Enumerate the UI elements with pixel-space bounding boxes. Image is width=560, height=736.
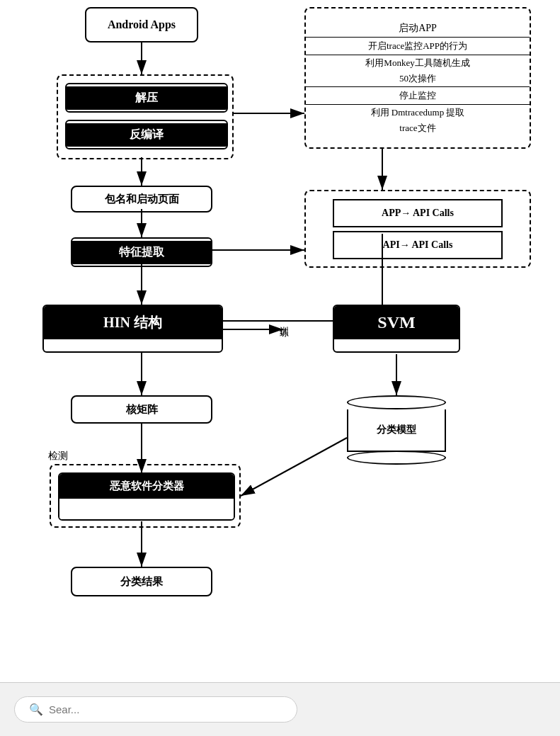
hin-box: HIN 结构 (42, 305, 223, 353)
step4-label: 停止监控 (306, 87, 530, 105)
kernel-matrix-box: 核矩阵 (71, 395, 212, 424)
decompress-box: 解压 (65, 83, 228, 113)
api-calls-container: APP→ API Calls API→ API Calls (304, 190, 531, 268)
decompile-box: 反编译 (65, 120, 228, 149)
pkg-launch-label: 包名和启动页面 (105, 193, 179, 206)
hin-header: HIN 结构 (44, 306, 222, 339)
svm-box: SVM (333, 305, 460, 353)
train-label: 训练 (278, 319, 290, 322)
classifier-header: 恶意软件分类器 (59, 474, 234, 499)
kernel-matrix-label: 核矩阵 (126, 403, 158, 417)
step3b-label: 50次操作 (306, 71, 530, 87)
app-api-label: APP→ API Calls (382, 208, 454, 219)
svm-header: SVM (334, 306, 459, 339)
decompress-header: 解压 (67, 86, 227, 110)
classification-model-label: 分类模型 (377, 424, 416, 436)
feature-extract-box: 特征提取 (71, 237, 212, 267)
diagram-container: Android Apps 解压 反编译 启动APP 开启trace监控APP的行… (0, 0, 560, 736)
app-api-box: APP→ API Calls (333, 199, 503, 227)
search-icon: 🔍 (29, 703, 43, 716)
api-api-box: API→ API Calls (333, 231, 503, 259)
api-api-label: API→ API Calls (383, 239, 453, 251)
classifier-box: 恶意软件分类器 (58, 472, 235, 521)
android-apps-box: Android Apps (85, 7, 198, 43)
feature-extract-header: 特征提取 (72, 241, 211, 264)
classification-model-cylinder: 分类模型 (347, 395, 446, 465)
step1-label: 启动APP (306, 20, 530, 38)
android-apps-label: Android Apps (108, 18, 176, 31)
decompress-decompile-container: 解压 反编译 (57, 74, 234, 159)
steps-container: 启动APP 开启trace监控APP的行为 利用Monkey工具随机生成 50次… (304, 7, 531, 149)
pkg-launch-box: 包名和启动页面 (71, 186, 212, 213)
detect-label: 检测 (48, 450, 68, 463)
svg-line-15 (241, 438, 347, 496)
result-box: 分类结果 (71, 567, 212, 596)
step2-label: 开启trace监控APP的行为 (306, 38, 530, 55)
result-label: 分类结果 (120, 575, 163, 589)
step5-label: 利用 Dmtracedump 提取 (306, 105, 530, 120)
classifier-dashed-container: 恶意软件分类器 (50, 464, 241, 528)
step3-label: 利用Monkey工具随机生成 (306, 55, 530, 71)
step5b-label: trace文件 (306, 120, 530, 136)
search-bar[interactable]: 🔍 (0, 682, 560, 736)
decompile-header: 反编译 (67, 123, 227, 147)
search-input-container[interactable]: 🔍 (14, 696, 297, 723)
search-input[interactable] (49, 703, 282, 715)
